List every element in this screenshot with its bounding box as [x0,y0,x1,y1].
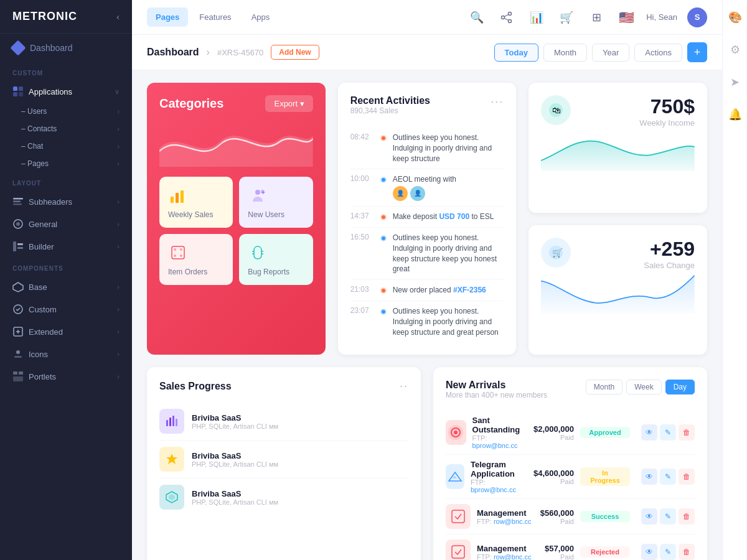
sidebar-sub-chat[interactable]: – Chat › [0,138,132,155]
activity-dot-2 [380,214,387,220]
flag-icon[interactable]: 🇺🇸 [616,7,636,27]
subheaders-left: Subheaders [12,196,72,207]
activity-time-5: 23:07 [350,306,374,315]
arrival-info-2: Management FTP: row@bnc.cc [477,508,532,525]
category-bug-reports[interactable]: Bug Reports [239,234,312,285]
tab-apps[interactable]: Apps [243,7,279,27]
arrival-ftp-1: FTP: bprow@bnc.cc [471,478,527,493]
sidebar-item-subheaders[interactable]: Subheaders › [0,190,132,213]
add-icon-button[interactable]: + [687,42,707,62]
activities-subtitle: 890,344 Sales [350,106,430,115]
sidebar-item-portlets[interactable]: Portlets › [0,365,132,388]
share-icon[interactable] [497,7,517,27]
chart-icon[interactable]: 📊 [527,7,547,27]
grid-icon[interactable]: ⊞ [586,7,606,27]
svg-rect-4 [13,198,23,200]
activity-dot-3 [380,235,387,241]
activity-dot-1 [380,177,387,183]
avatar-pair: 👤 👤 [393,186,456,201]
subheader-right: Today Month Year Actions + [494,42,707,62]
filter-month-button[interactable]: Month [586,380,622,394]
extended-left: Extended [12,326,63,337]
period-today-button[interactable]: Today [494,44,538,62]
user-avatar[interactable]: S [687,7,707,27]
arrival-logo-3 [446,539,471,560]
category-new-users[interactable]: + New Users [239,177,312,228]
activities-header-left: Recent Activities 890,344 Sales [350,95,430,125]
sales-top: 🛒 +259 Sales Change [541,238,695,270]
arrival-view-icon-0[interactable]: 👁 [641,424,657,441]
category-item-orders[interactable]: Item Orders [159,234,233,285]
sidebar-toggle-icon[interactable]: ‹ [116,12,120,22]
tab-pages[interactable]: Pages [147,7,188,27]
sales-change-card: 🛒 +259 Sales Change [529,225,707,355]
sidebar-item-custom[interactable]: Custom › [0,298,132,320]
activity-time-3: 16:50 [350,233,374,241]
progress-info-1: Briviba SaaS PHP, SQLite, Artisan CLI мм [192,451,408,468]
search-icon[interactable]: 🔍 [467,7,487,27]
export-button[interactable]: Export ▾ [265,95,312,112]
arrival-paid-1: Paid [533,478,574,485]
filter-day-button[interactable]: Day [665,380,695,394]
sidebar-item-general[interactable]: General › [0,213,132,235]
sales-progress-menu-icon[interactable]: ·· [400,380,408,393]
category-weekly-sales[interactable]: Weekly Sales [159,177,233,228]
user-greeting: Hi, Sean [646,12,677,22]
subheaders-chevron-icon: › [117,198,120,205]
arrival-delete-icon-3[interactable]: 🗑 [679,544,695,560]
add-new-button[interactable]: Add New [271,45,319,60]
arrival-edit-icon-1[interactable]: ✎ [660,469,676,485]
contacts-chevron-icon: › [117,125,120,133]
arrival-name-0: Sant Outstanding [472,416,527,434]
cart-icon[interactable]: 🛒 [557,7,576,27]
arrival-ftp-3: FTP: row@bnc.cc [477,553,532,560]
right-settings-icon[interactable]: ⚙ [725,40,745,60]
period-year-button[interactable]: Year [592,44,629,62]
arrival-delete-icon-0[interactable]: 🗑 [679,424,695,441]
icons-label: Icons [29,350,48,359]
arrival-view-icon-3[interactable]: 👁 [641,544,657,560]
income-numbers: 750$ Weekly Income [639,95,695,128]
tab-features[interactable]: Features [190,7,240,27]
icons-icon [12,348,24,360]
period-month-button[interactable]: Month [543,44,587,62]
filter-week-button[interactable]: Week [626,380,661,394]
sidebar-item-base[interactable]: Base › [0,276,132,298]
activity-row-2: 14:37 Make deposit USD 700 to ESL [350,207,504,228]
arrival-view-icon-1[interactable]: 👁 [641,469,657,485]
right-send-icon[interactable]: ➤ [725,72,745,92]
svg-point-35 [180,254,182,257]
activity-dot-0 [380,135,387,141]
svg-point-33 [180,248,182,251]
sidebar-sub-pages[interactable]: – Pages › [0,155,132,172]
progress-info-0: Briviba SaaS PHP, SQLite, Artisan CLI мм [192,413,408,430]
arrival-delete-icon-1[interactable]: 🗑 [679,469,695,485]
arrival-edit-icon-0[interactable]: ✎ [660,424,676,441]
arrival-ftp-2: FTP: row@bnc.cc [477,518,532,525]
activity-time-2: 14:37 [350,212,374,220]
breadcrumb-separator: › [207,47,210,58]
right-sidebar: 🎨 ⚙ ➤ 🔔 [722,0,747,560]
income-icon-circle: 🛍 [541,95,571,125]
arrival-view-icon-2[interactable]: 👁 [641,508,657,525]
arrival-edit-icon-3[interactable]: ✎ [660,544,676,560]
sidebar-item-applications[interactable]: Applications ∨ [0,80,132,103]
arrival-edit-icon-2[interactable]: ✎ [660,508,676,525]
sidebar-item-builder[interactable]: Builder › [0,235,132,258]
arrival-row-1: Telegram Application FTP: bprow@bnc.cc $… [446,455,695,499]
right-paint-icon[interactable]: 🎨 [725,7,745,27]
svg-point-20 [509,12,512,15]
builder-icon [12,241,24,252]
right-bell-icon[interactable]: 🔔 [725,105,745,124]
activity-dot-4 [380,287,387,294]
sidebar-item-extended[interactable]: Extended › [0,320,132,343]
breadcrumb-id: #XRS-45670 [217,48,263,57]
sidebar-item-dashboard[interactable]: Dashboard [0,34,132,62]
sidebar-sub-contacts[interactable]: – Contacts › [0,120,132,138]
sidebar-sub-users[interactable]: – Users › [0,103,132,120]
sidebar-item-icons[interactable]: Icons › [0,343,132,365]
bug-reports-icon [248,243,268,263]
activities-menu-icon[interactable]: ··· [491,95,504,108]
arrival-delete-icon-2[interactable]: 🗑 [679,508,695,525]
actions-button[interactable]: Actions [634,44,682,62]
